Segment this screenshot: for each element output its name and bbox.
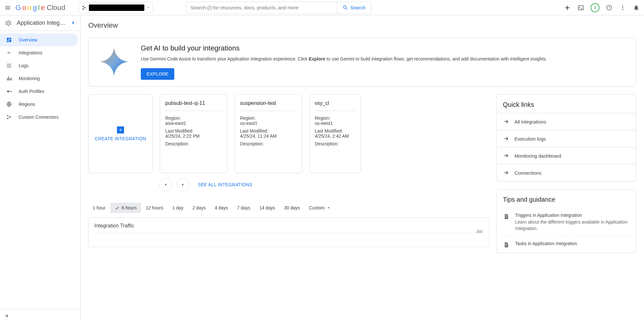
- topbar-actions: 3 ?: [563, 3, 640, 12]
- modified-label: Last Modified:: [315, 128, 355, 133]
- arrow-right-icon: [503, 135, 509, 142]
- nav-item-regions[interactable]: Regions: [0, 98, 80, 111]
- svg-point-6: [622, 7, 623, 8]
- app-integration-icon: [5, 19, 12, 27]
- nav-item-overview[interactable]: Overview: [0, 33, 78, 46]
- region-value: us-west1: [315, 121, 355, 126]
- explore-button[interactable]: EXPLORE: [141, 68, 174, 80]
- svg-point-2: [82, 8, 84, 10]
- check-icon: [115, 205, 120, 210]
- time-chip[interactable]: 2 days: [188, 203, 210, 213]
- modified-value: 4/25/24, 2:22 PM: [165, 133, 222, 139]
- integration-card[interactable]: vsy_cl Region: us-west1 Last Modified: 4…: [309, 94, 361, 173]
- quick-link-item[interactable]: Connections: [496, 164, 636, 181]
- svg-point-5: [622, 5, 623, 6]
- prev-button[interactable]: [159, 178, 172, 191]
- sidebar-product-title: Application Integr...: [0, 15, 80, 31]
- tips-item-title: Tasks in Application Integration: [515, 241, 577, 246]
- nav-item-logs[interactable]: Logs: [0, 59, 80, 72]
- search-box: Search: [186, 2, 371, 14]
- svg-point-0: [82, 6, 84, 7]
- logs-icon: [6, 63, 12, 69]
- nav-item-label: Integrations: [19, 50, 42, 55]
- pin-icon[interactable]: [71, 21, 76, 26]
- integration-name: vsy_cl: [315, 100, 355, 111]
- nav-item-label: Regions: [19, 102, 35, 107]
- integration-card[interactable]: suspension-test Region: us-east1 Last Mo…: [235, 94, 302, 173]
- document-icon: [503, 242, 510, 248]
- nav-item-integrations[interactable]: Integrations: [0, 46, 80, 59]
- free-trial-badge[interactable]: 3: [591, 3, 600, 12]
- region-label: Region:: [315, 115, 355, 121]
- google-cloud-logo[interactable]: Google Cloud: [15, 4, 65, 12]
- tips-item-title: Triggers in Application Integration: [515, 213, 630, 218]
- quick-link-label: Connections: [514, 170, 541, 176]
- time-chip[interactable]: 1 hour: [88, 203, 110, 213]
- sidebar-collapse-button[interactable]: [0, 309, 80, 322]
- ai-banner-title: Get AI to build your integrations: [141, 44, 628, 52]
- globe-icon: [6, 101, 12, 107]
- time-chip[interactable]: 12 hours: [141, 203, 168, 213]
- desc-label: Description:: [315, 141, 355, 146]
- time-chip[interactable]: 30 days: [280, 203, 304, 213]
- time-chip[interactable]: 7 days: [233, 203, 255, 213]
- svg-point-12: [10, 116, 11, 118]
- region-value: asia-east1: [165, 121, 222, 126]
- help-icon[interactable]: ?: [605, 4, 613, 12]
- region-label: Region:: [240, 115, 297, 121]
- gemini-star-icon: [96, 44, 132, 79]
- quick-links-title: Quick links: [496, 95, 636, 113]
- tips-title: Tips and guidance: [496, 189, 636, 208]
- quick-link-item[interactable]: All integrations: [496, 113, 636, 130]
- svg-point-11: [7, 118, 8, 119]
- see-all-integrations-link[interactable]: SEE ALL INTEGRATIONS: [198, 182, 252, 187]
- search-button[interactable]: Search: [337, 2, 371, 14]
- search-input[interactable]: [186, 5, 337, 10]
- chevron-down-icon: [146, 6, 150, 10]
- time-chip[interactable]: 6 hours: [110, 203, 141, 213]
- hamburger-menu-icon[interactable]: [4, 4, 12, 12]
- region-value: us-east1: [240, 121, 297, 126]
- time-chip-custom[interactable]: Custom: [304, 203, 335, 213]
- nav-list: Overview Integrations Logs Monitoring Au…: [0, 31, 80, 309]
- gemini-icon[interactable]: [563, 4, 571, 12]
- sidebar: Application Integr... Overview Integrati…: [0, 15, 81, 322]
- project-selector[interactable]: [79, 2, 153, 14]
- time-chip[interactable]: 14 days: [255, 203, 280, 213]
- project-icon: [82, 5, 87, 10]
- document-icon: [503, 213, 510, 232]
- modified-label: Last Modified:: [240, 128, 297, 133]
- project-name-redacted: [89, 5, 144, 11]
- next-button[interactable]: [177, 178, 189, 191]
- create-integration-card[interactable]: + CREATE INTEGRATION: [88, 94, 153, 173]
- cloud-shell-icon[interactable]: [577, 4, 585, 12]
- desc-label: Description:: [165, 141, 222, 146]
- quick-link-item[interactable]: Monitoring dashboard: [496, 147, 636, 164]
- time-chip[interactable]: 4 days: [210, 203, 232, 213]
- modified-value: 4/25/24, 11:24 AM: [240, 133, 297, 139]
- tips-panel: Tips and guidance Triggers in Applicatio…: [496, 189, 636, 253]
- time-chip[interactable]: 1 day: [168, 203, 188, 213]
- svg-point-7: [622, 9, 623, 10]
- nav-item-custom-connectors[interactable]: Custom Connectors: [0, 111, 80, 124]
- dropdown-icon: [326, 206, 331, 210]
- dashboard-icon: [6, 37, 12, 43]
- nav-item-label: Overview: [19, 37, 37, 42]
- nav-item-auth-profiles[interactable]: Auth Profiles: [0, 85, 80, 98]
- svg-point-1: [84, 7, 85, 8]
- quick-link-item[interactable]: Execution logs: [496, 130, 636, 147]
- integration-card[interactable]: pubsub-test-sj-11 Region: asia-east1 Las…: [160, 94, 227, 173]
- tips-item[interactable]: Tasks in Application Integration: [496, 236, 636, 253]
- traffic-chart: 200: [94, 232, 484, 242]
- tips-item[interactable]: Triggers in Application Integration Lear…: [496, 208, 636, 236]
- nav-item-label: Monitoring: [19, 76, 40, 81]
- nav-item-monitoring[interactable]: Monitoring: [0, 72, 80, 85]
- more-vert-icon[interactable]: [619, 4, 627, 12]
- top-bar: Google Cloud Search 3 ?: [0, 0, 644, 15]
- svg-point-10: [7, 115, 8, 116]
- notifications-icon[interactable]: [632, 4, 640, 12]
- integration-cards: + CREATE INTEGRATION pubsub-test-sj-11 R…: [88, 94, 490, 173]
- arrow-right-icon: [503, 170, 509, 176]
- integration-name: suspension-test: [240, 100, 297, 111]
- page-title: Overview: [88, 15, 636, 37]
